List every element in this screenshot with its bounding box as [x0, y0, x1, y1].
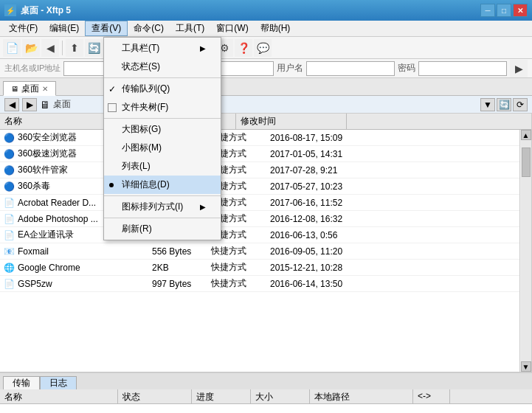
file-date-cell: 2016-08-17, 15:09 [266, 133, 376, 143]
menu-list[interactable]: 列表(L) [104, 157, 221, 176]
path-area: ◀ ▶ 🖥 桌面 ▼ 🔄 ⟳ [0, 96, 532, 114]
col-header-modified[interactable]: 修改时间 [236, 114, 347, 129]
menu-window[interactable]: 窗口(W) [210, 21, 254, 36]
menu-view[interactable]: 查看(V) [85, 21, 128, 36]
connect-addr-button[interactable]: ▶ [510, 60, 528, 77]
menu-folder-tree[interactable]: 文件夹树(F) [104, 98, 221, 117]
menu-large-icons[interactable]: 大图标(G) [104, 120, 221, 139]
bottom-col-arrow: <-> [413, 389, 450, 403]
path-forward-button[interactable]: ▶ [22, 98, 37, 111]
file-size-cell: 2KB [148, 263, 207, 273]
path-back-button[interactable]: ◀ [4, 98, 19, 111]
file-list-header: 名称 修改时间 [0, 114, 531, 130]
current-path: 桌面 [53, 98, 71, 111]
path-extra-button[interactable]: ⟳ [513, 98, 528, 111]
menu-statusbar-label: 状态栏(S) [122, 60, 160, 73]
minimize-button[interactable]: ─ [480, 4, 495, 17]
table-row[interactable]: 📄GSP5zw997 Bytes快捷方式2016-06-14, 13:50 [0, 276, 531, 292]
file-date-cell: 2017-07-28, 9:21 [266, 165, 376, 176]
password-input[interactable] [418, 61, 507, 76]
table-row[interactable]: 🔵360极速浏览器快捷方式2017-01-05, 14:31 [0, 146, 531, 162]
toolbar: 📄 📂 ◀ ⬆ 🔄 📋 🗑 ✏ 🔌 ⊗ ⚙ ❓ 💬 [0, 37, 532, 59]
window-title: 桌面 - Xftp 5 [21, 4, 480, 17]
tab-desktop[interactable]: 🖥 桌面 ✕ [3, 81, 56, 96]
bottom-col-status: 状态 [118, 389, 192, 403]
app-icon: ⚡ [4, 4, 16, 16]
col-header-name[interactable]: 名称 [0, 114, 118, 129]
menu-refresh[interactable]: 刷新(R) [104, 220, 221, 238]
file-date-cell: 2015-12-21, 10:28 [266, 263, 376, 273]
file-date-cell: 2016-06-14, 13:50 [266, 279, 376, 289]
path-dropdown-button[interactable]: ▼ [480, 98, 495, 111]
password-label: 密码 [398, 62, 415, 74]
username-input[interactable] [306, 61, 395, 76]
new-button[interactable]: 📄 [3, 39, 21, 57]
menu-sep2 [104, 118, 221, 119]
file-size-cell: 997 Bytes [148, 279, 207, 289]
file-date-cell: 2017-05-27, 10:23 [266, 181, 376, 192]
submenu-arrow2-icon: ▶ [200, 203, 206, 211]
table-row[interactable]: 📧Foxmail556 Bytes快捷方式2016-09-05, 11:20 [0, 243, 531, 260]
menu-help[interactable]: 帮助(H) [255, 21, 297, 36]
checkmark-icon: ✓ [108, 84, 116, 94]
file-list: 🔵360安全浏览器快捷方式2016-08-17, 15:09🔵360极速浏览器快… [0, 130, 531, 372]
menu-icon-arrange[interactable]: 图标排列方式(I) ▶ [104, 198, 221, 216]
file-size-cell: 556 Bytes [148, 246, 207, 257]
menu-list-label: 列表(L) [122, 160, 151, 173]
path-refresh-button[interactable]: 🔄 [497, 98, 511, 111]
table-row[interactable]: 🌐Google Chrome2KB快捷方式2015-12-21, 10:28 [0, 260, 531, 276]
table-row[interactable]: 📄Adobe Photoshop ...844 Bytes快捷方式2016-12… [0, 211, 531, 227]
toolbar-sep1 [62, 41, 63, 55]
table-row[interactable]: 📄EA企业通讯录1009 Byt...快捷方式2016-06-13, 0:56 [0, 227, 531, 243]
menu-toolbar[interactable]: 工具栏(T) ▶ [104, 39, 221, 58]
menu-tools[interactable]: 工具(T) [170, 21, 210, 36]
menu-transfer-queue-label: 传输队列(Q) [122, 83, 170, 95]
submenu-arrow-icon: ▶ [200, 44, 206, 52]
bottom-col-size: 大小 [251, 389, 310, 403]
menu-details[interactable]: 详细信息(D) [104, 176, 221, 194]
tab-close-icon[interactable]: ✕ [42, 85, 48, 93]
menu-cmd[interactable]: 命令(C) [128, 21, 170, 36]
bullet-icon [109, 183, 114, 187]
bottom-tab-transfer[interactable]: 传输 [3, 376, 40, 389]
bottom-list-header: 名称 状态 进度 大小 本地路径 <-> [0, 389, 532, 404]
menu-details-label: 详细信息(D) [122, 178, 170, 191]
maximize-button[interactable]: □ [497, 4, 511, 17]
view-menu-dropdown: 工具栏(T) ▶ 状态栏(S) ✓ 传输队列(Q) 文件夹树(F) 大图标(G)… [103, 37, 221, 240]
up-button[interactable]: ⬆ [66, 39, 83, 57]
tab-bar: 🖥 桌面 ✕ [0, 78, 532, 96]
file-name-cell: 🌐Google Chrome [0, 262, 148, 274]
table-row[interactable]: 🔵360软件管家快捷方式2017-07-28, 9:21 [0, 162, 531, 178]
checkbox-icon [108, 103, 117, 112]
bottom-tab-log[interactable]: 日志 [40, 376, 77, 389]
file-date-cell: 2016-12-08, 16:32 [266, 214, 376, 224]
menu-small-icons[interactable]: 小图标(M) [104, 139, 221, 157]
bottom-col-localpath: 本地路径 [310, 389, 413, 403]
info-button[interactable]: 💬 [254, 39, 272, 57]
menu-file[interactable]: 文件(F) [3, 21, 44, 36]
refresh-button[interactable]: 🔄 [85, 39, 103, 57]
menu-sep1 [104, 77, 221, 78]
dropdown-menu: 工具栏(T) ▶ 状态栏(S) ✓ 传输队列(Q) 文件夹树(F) 大图标(G)… [103, 37, 221, 240]
bottom-tabs: 传输 日志 [0, 373, 532, 389]
menu-sep3 [104, 195, 221, 196]
file-date-cell: 2016-09-05, 11:20 [266, 246, 376, 257]
file-date-cell: 2016-06-13, 0:56 [266, 230, 376, 240]
open-button[interactable]: 📂 [22, 39, 40, 57]
table-row[interactable]: 🔵360安全浏览器快捷方式2016-08-17, 15:09 [0, 130, 531, 146]
table-row[interactable]: 🔵360杀毒快捷方式2017-05-27, 10:23 [0, 178, 531, 195]
menu-small-icons-label: 小图标(M) [122, 142, 162, 154]
bottom-col-progress: 进度 [192, 389, 251, 403]
menu-edit[interactable]: 编辑(E) [44, 21, 85, 36]
address-bar: 主机名或IP地址 用户名 密码 ▶ [0, 59, 532, 78]
table-row[interactable]: 📄Acrobat Reader D...快捷方式2017-06-16, 11:5… [0, 195, 531, 211]
scrollbar-vertical[interactable]: ▲ ▼ [519, 130, 531, 372]
menu-toolbar-label: 工具栏(T) [122, 42, 159, 55]
menu-statusbar[interactable]: 状态栏(S) [104, 58, 221, 76]
close-button[interactable]: ✕ [513, 4, 528, 17]
tab-label: 桌面 [21, 83, 39, 95]
menu-refresh-label: 刷新(R) [122, 223, 152, 235]
help-toolbar-button[interactable]: ❓ [235, 39, 252, 57]
menu-transfer-queue[interactable]: ✓ 传输队列(Q) [104, 80, 221, 98]
back-button[interactable]: ◀ [41, 39, 59, 57]
